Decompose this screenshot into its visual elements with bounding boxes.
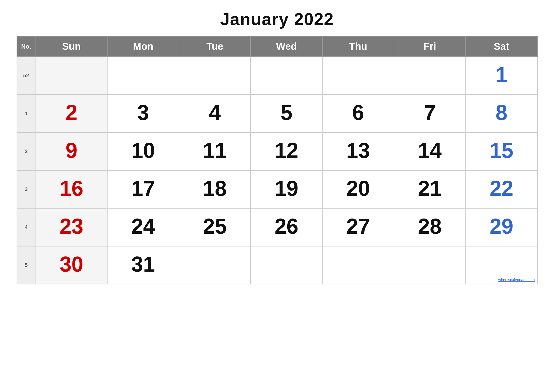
day-number: 24	[111, 216, 175, 237]
week-number-4: 4	[17, 208, 36, 246]
day-number: 19	[254, 178, 319, 199]
week-number-3: 3	[17, 170, 36, 208]
week-row-52: 521	[17, 57, 537, 95]
day-cell: 7	[394, 95, 466, 133]
week-number-2: 2	[17, 133, 36, 170]
day-cell: 18	[179, 170, 251, 208]
day-cell: 4	[179, 95, 251, 133]
col-header-sat: Sat	[466, 36, 537, 57]
col-header-sun: Sun	[36, 36, 108, 57]
day-cell: 19	[251, 170, 322, 208]
calendar-wrapper: No. Sun Mon Tue Wed Thu Fri Sat 52112345…	[17, 36, 538, 284]
day-number: 22	[469, 178, 534, 199]
day-number: 18	[183, 178, 247, 199]
day-number: 30	[39, 254, 104, 275]
day-number: 9	[39, 140, 104, 161]
day-number: 31	[111, 254, 175, 275]
week-number-52: 52	[17, 57, 36, 95]
day-number: 1	[469, 64, 534, 85]
week-row-4: 423242526272829	[17, 208, 537, 246]
col-header-no: No.	[17, 36, 36, 57]
day-cell: 21	[394, 170, 466, 208]
week-number-5: 5	[17, 246, 36, 284]
day-number: 20	[326, 178, 391, 199]
day-cell	[394, 246, 466, 284]
day-cell: 12	[251, 133, 322, 170]
day-cell: 30	[36, 246, 108, 284]
day-number: 11	[183, 140, 247, 161]
day-cell: 3	[107, 95, 179, 133]
day-cell: 13	[322, 133, 394, 170]
week-row-3: 316171819202122	[17, 170, 537, 208]
day-cell: 1	[466, 57, 537, 95]
day-cell: 11	[179, 133, 251, 170]
day-cell: 14	[394, 133, 466, 170]
day-number: 4	[183, 102, 247, 123]
week-row-5: 53031wheniscalendars.com	[17, 246, 537, 284]
day-cell	[179, 246, 251, 284]
day-cell	[36, 57, 108, 95]
day-cell	[179, 57, 251, 95]
day-number: 23	[39, 216, 104, 237]
day-cell: 24	[107, 208, 179, 246]
col-header-tue: Tue	[179, 36, 251, 57]
day-cell: 16	[36, 170, 108, 208]
col-header-fri: Fri	[394, 36, 466, 57]
day-cell	[251, 246, 322, 284]
calendar-table: No. Sun Mon Tue Wed Thu Fri Sat 52112345…	[17, 36, 538, 284]
day-number: 8	[469, 102, 534, 123]
day-cell: 9	[36, 133, 108, 170]
day-number: 17	[111, 178, 175, 199]
day-cell: 31	[107, 246, 179, 284]
day-number: 25	[183, 216, 247, 237]
col-header-wed: Wed	[251, 36, 322, 57]
day-number: 21	[397, 178, 462, 199]
day-number: 14	[397, 140, 462, 161]
day-cell: wheniscalendars.com	[466, 246, 537, 284]
week-row-1: 12345678	[17, 95, 537, 133]
day-cell: 28	[394, 208, 466, 246]
day-cell: 5	[251, 95, 322, 133]
day-number: 27	[326, 216, 391, 237]
day-number: 5	[254, 102, 319, 123]
day-cell	[322, 246, 394, 284]
day-number: 2	[39, 102, 104, 123]
day-number: 13	[326, 140, 391, 161]
page-title: January 2022	[220, 9, 334, 29]
day-number: 3	[111, 102, 175, 123]
footer-link[interactable]: wheniscalendars.com	[498, 278, 535, 282]
day-number: 15	[469, 140, 534, 161]
day-cell	[107, 57, 179, 95]
day-cell: 10	[107, 133, 179, 170]
day-cell	[394, 57, 466, 95]
day-number: 29	[469, 216, 534, 237]
day-number: 16	[39, 178, 104, 199]
day-cell: 20	[322, 170, 394, 208]
day-cell: 25	[179, 208, 251, 246]
week-row-2: 29101112131415	[17, 133, 537, 170]
day-number: 10	[111, 140, 175, 161]
day-cell: 17	[107, 170, 179, 208]
day-cell: 27	[322, 208, 394, 246]
day-cell: 6	[322, 95, 394, 133]
day-cell: 2	[36, 95, 108, 133]
day-number: 7	[397, 102, 462, 123]
day-cell	[251, 57, 322, 95]
day-cell	[322, 57, 394, 95]
day-number: 6	[326, 102, 391, 123]
col-header-mon: Mon	[107, 36, 179, 57]
day-number: 26	[254, 216, 319, 237]
header-row: No. Sun Mon Tue Wed Thu Fri Sat	[17, 36, 537, 57]
day-cell: 26	[251, 208, 322, 246]
week-number-1: 1	[17, 95, 36, 133]
day-number: 28	[397, 216, 462, 237]
col-header-thu: Thu	[322, 36, 394, 57]
day-cell: 23	[36, 208, 108, 246]
day-cell: 8	[466, 95, 537, 133]
day-cell: 22	[466, 170, 537, 208]
day-number: 12	[254, 140, 319, 161]
day-cell: 29	[466, 208, 537, 246]
day-cell: 15	[466, 133, 537, 170]
